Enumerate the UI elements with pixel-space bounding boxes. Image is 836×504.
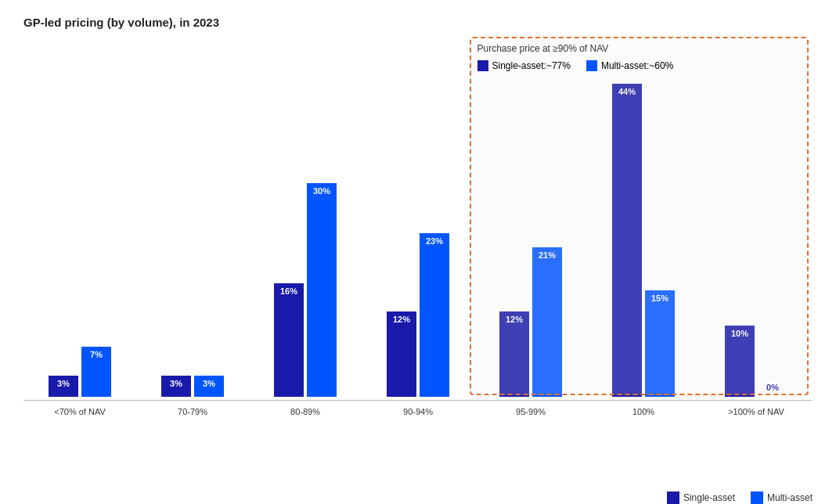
highlight-single-label: Single-asset:~77% xyxy=(492,60,571,71)
bottom-multi: Multi-asset xyxy=(751,491,813,504)
bar-label-multi-3: 23% xyxy=(420,236,449,246)
highlight-legend: Single-asset:~77% Multi-asset:~60% xyxy=(477,60,674,71)
chart-area: Purchase price at ≥90% of NAV Single-ass… xyxy=(23,37,813,444)
bottom-multi-swatch xyxy=(751,491,763,504)
x-axis: <70% of NAV70-79%80-89%90-94%95-99%100%>… xyxy=(23,407,813,416)
bar-label-single-0: 3% xyxy=(49,379,78,388)
highlight-legend-single: Single-asset:~77% xyxy=(477,60,571,71)
bar-single-0: 3% xyxy=(49,376,78,397)
bar-single-2: 16% xyxy=(274,283,304,397)
highlight-label: Purchase price at ≥90% of NAV xyxy=(477,43,609,54)
x-label-6: >100% of NAV xyxy=(700,407,813,416)
bar-single-1: 3% xyxy=(161,376,191,397)
highlight-legend-multi: Multi-asset:~60% xyxy=(586,60,673,71)
bar-wrapper-multi-1: 3% xyxy=(194,376,224,397)
x-label-0: <70% of NAV xyxy=(23,407,136,416)
bar-label-single-2: 16% xyxy=(274,286,304,296)
highlight-box: Purchase price at ≥90% of NAV Single-ass… xyxy=(470,37,809,395)
x-label-5: 100% xyxy=(587,407,700,416)
bottom-single: Single-asset xyxy=(667,491,735,504)
axis-line xyxy=(23,400,813,401)
bar-wrapper-multi-2: 30% xyxy=(307,183,337,397)
bar-multi-3: 23% xyxy=(420,233,449,397)
bar-label-multi-2: 30% xyxy=(307,186,337,196)
bar-wrapper-single-2: 16% xyxy=(274,283,304,397)
bottom-single-label: Single-asset xyxy=(683,492,735,503)
x-label-1: 70-79% xyxy=(136,407,249,416)
bar-multi-2: 30% xyxy=(307,183,337,397)
x-label-3: 90-94% xyxy=(362,407,474,416)
bar-wrapper-multi-3: 23% xyxy=(420,233,449,397)
chart-title: GP-led pricing (by volume), in 2023 xyxy=(23,16,813,29)
bar-group-3: 12%23% xyxy=(362,233,474,397)
bar-wrapper-single-3: 12% xyxy=(387,311,416,397)
bar-label-single-3: 12% xyxy=(387,315,416,324)
bottom-multi-label: Multi-asset xyxy=(767,492,813,503)
multi-swatch xyxy=(586,60,597,71)
bar-wrapper-single-0: 3% xyxy=(49,376,78,397)
x-label-2: 80-89% xyxy=(249,407,362,416)
bar-group-0: 3%7% xyxy=(23,347,136,397)
bar-wrapper-single-1: 3% xyxy=(161,376,191,397)
bottom-legend: Single-asset Multi-asset xyxy=(667,491,813,504)
bar-wrapper-multi-0: 7% xyxy=(81,347,111,397)
bottom-single-swatch xyxy=(667,491,679,504)
bar-multi-0: 7% xyxy=(81,347,111,397)
bar-label-single-1: 3% xyxy=(161,379,191,388)
highlight-multi-label: Multi-asset:~60% xyxy=(601,60,673,71)
bar-single-3: 12% xyxy=(387,311,416,397)
bar-group-1: 3%3% xyxy=(136,376,249,397)
bar-multi-1: 3% xyxy=(194,376,224,397)
bar-group-2: 16%30% xyxy=(249,183,362,397)
bar-label-multi-0: 7% xyxy=(81,350,111,359)
bar-label-multi-1: 3% xyxy=(194,379,224,388)
x-label-4: 95-99% xyxy=(474,407,587,416)
single-swatch xyxy=(477,60,488,71)
chart-container: GP-led pricing (by volume), in 2023 Purc… xyxy=(0,0,836,504)
